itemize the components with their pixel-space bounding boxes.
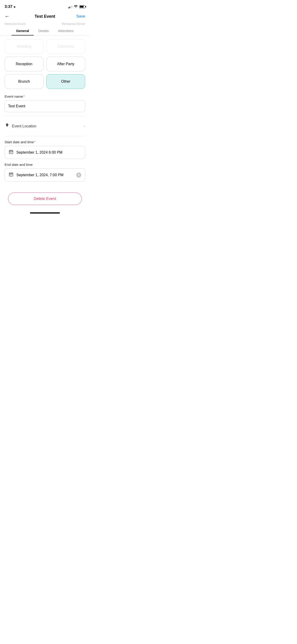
event-name-input[interactable]: [4, 100, 85, 112]
signal-icon: [68, 5, 72, 8]
end-datetime-clear-button[interactable]: ✕: [76, 172, 81, 178]
battery-icon: [79, 5, 85, 8]
save-button[interactable]: Save: [76, 14, 85, 19]
location-icon: ►: [13, 5, 16, 8]
calendar-icon-start: [8, 149, 14, 156]
home-bar: [30, 212, 60, 214]
end-datetime-value: September 1, 2024, 7:00 PM: [16, 173, 74, 177]
svg-rect-5: [11, 174, 12, 175]
end-datetime-section: End date and time September 1, 2024, 7:0…: [0, 162, 90, 182]
back-button[interactable]: ←: [4, 13, 14, 19]
event-name-section: Event name*: [0, 94, 90, 112]
event-type-ceremony[interactable]: Ceremony: [46, 39, 85, 54]
tab-details[interactable]: Details: [34, 26, 54, 36]
delete-event-button[interactable]: Delete Event: [8, 192, 82, 205]
delete-section: Delete Event: [0, 185, 90, 210]
event-type-brunch[interactable]: Brunch: [4, 74, 44, 89]
scroll-hint: Welcome Event Rehearsal Dinner: [0, 22, 90, 26]
start-datetime-label: Start date and time*: [4, 140, 85, 144]
start-datetime-section: Start date and time* September 1, 2024 6…: [0, 140, 90, 159]
status-icons: [68, 5, 85, 9]
end-datetime-label: End date and time: [4, 162, 85, 166]
tab-attendees[interactable]: Attendees: [54, 26, 78, 36]
time-display: 3:37: [4, 4, 12, 9]
svg-rect-2: [11, 152, 12, 152]
nav-header: ← Test Event Save: [0, 12, 90, 22]
svg-rect-1: [10, 152, 10, 152]
home-indicator: [0, 210, 90, 215]
divider-1: [4, 116, 85, 116]
chevron-right-icon: ›: [84, 124, 85, 128]
status-time: 3:37 ►: [4, 4, 16, 9]
event-type-after-party[interactable]: After Party: [46, 57, 85, 72]
page-title: Test Event: [34, 14, 55, 19]
tab-bar: General Details Attendees: [0, 26, 90, 36]
start-datetime-input[interactable]: September 1, 2024 6:00 PM: [4, 146, 85, 159]
event-name-label: Event name*: [4, 94, 85, 98]
start-datetime-value: September 1, 2024 6:00 PM: [16, 150, 81, 154]
event-type-other[interactable]: Other: [46, 74, 85, 89]
event-type-wedding[interactable]: Wedding: [4, 39, 44, 54]
event-location-text: Event Location: [12, 124, 82, 128]
tab-general[interactable]: General: [12, 26, 34, 36]
divider-2: [4, 136, 85, 136]
event-location-row[interactable]: Event Location ›: [0, 120, 90, 132]
svg-rect-4: [10, 174, 10, 175]
calendar-icon-end: [8, 172, 14, 178]
scroll-hint-left: Welcome Event: [4, 22, 26, 26]
scroll-hint-right: Rehearsal Dinner: [62, 22, 85, 26]
status-bar: 3:37 ►: [0, 0, 90, 12]
event-type-grid: Reception After Party Brunch Other: [0, 57, 90, 89]
wifi-icon: [74, 5, 78, 9]
event-type-reception[interactable]: Reception: [4, 57, 44, 72]
event-type-partial-row: Wedding Ceremony: [0, 39, 90, 54]
location-pin-icon: [4, 123, 10, 129]
end-datetime-input[interactable]: September 1, 2024, 7:00 PM ✕: [4, 168, 85, 182]
